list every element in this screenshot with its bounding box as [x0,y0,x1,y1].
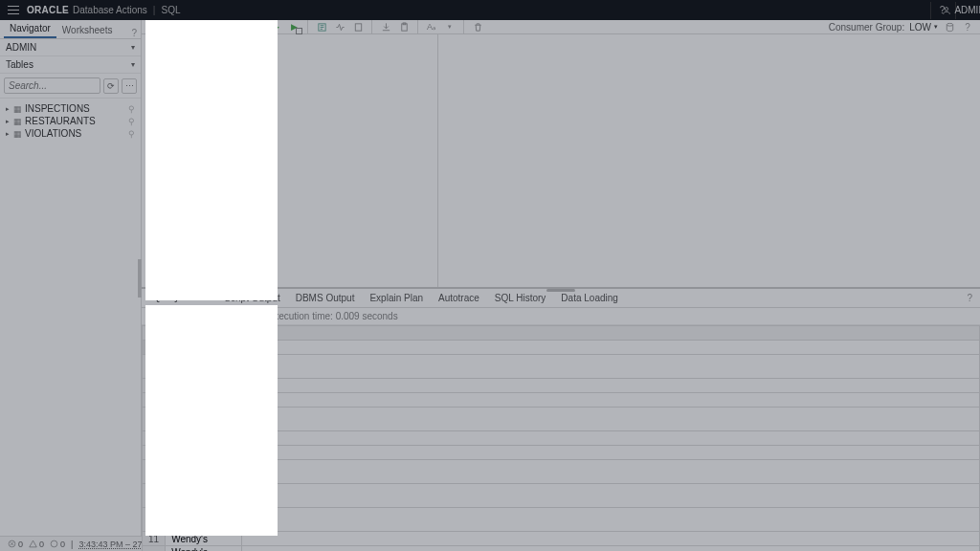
horizontal-splitter[interactable] [142,287,980,289]
run-statement-button[interactable] [269,20,282,33]
clipboard-icon[interactable] [397,20,411,33]
object-type-dropdown[interactable]: Tables▾ [0,56,141,74]
header-divider: | [153,5,156,15]
download-dropdown[interactable]: Download▾ [211,311,259,321]
sql-icon[interactable] [351,20,365,33]
warning-count[interactable]: 0 [29,540,44,549]
edit-icon[interactable]: ✎ [232,342,239,351]
table-row[interactable]: 4Wendy's [143,393,980,408]
tab-worksheets[interactable]: Worksheets [56,22,119,38]
svg-rect-1 [246,25,252,31]
module-name: SQL [161,5,180,15]
table-row[interactable]: 6Wendy's [143,431,980,446]
table-row[interactable]: 8Wendy's #10533 [143,460,980,484]
load-data-icon[interactable] [943,20,956,33]
output-help-icon[interactable]: ? [963,293,976,303]
output-tab[interactable]: SQL History [487,290,554,306]
table-row[interactable]: 5Wendy's #6319 [143,408,980,431]
open-icon[interactable] [223,20,236,33]
sidebar-collapse-handle[interactable] [138,259,142,298]
editor-vertical-split[interactable] [437,34,438,287]
toolbar-help-icon[interactable]: ? [961,20,974,33]
table-icon: ▦ [13,117,25,126]
pin-icon[interactable]: ⚲ [128,117,135,126]
user-icon [942,6,951,15]
output-panel: Query ResultScript OutputDBMS OutputExpl… [142,289,980,551]
svg-point-7 [947,23,952,26]
format-caret[interactable]: ▾ [443,20,457,33]
search-input[interactable] [4,77,100,94]
refresh-icon[interactable]: ⟳ [103,78,119,94]
table-item[interactable]: ▸▦VIOLATIONS⚲ [2,127,139,140]
autotrace-icon[interactable] [333,20,346,33]
table-row[interactable]: 2Wendy's #9393 [143,355,980,379]
table-row[interactable]: 7Wendy's [143,446,980,460]
chevron-down-icon: ▾ [131,60,135,69]
trash-icon[interactable] [471,20,484,33]
table-row[interactable]: 9Wendy's #11590 [143,484,980,508]
tab-navigator[interactable]: Navigator [4,20,56,38]
table-row[interactable]: 10Wendy's #1985 [143,508,980,532]
user-name: ADMIN [954,5,980,15]
sidebar: Navigator Worksheets ? ADMIN▾ Tables▾ ⟳ … [0,20,142,536]
output-tab[interactable]: DBMS Output [288,290,363,306]
output-tab[interactable]: Script Output [216,290,287,306]
explain-plan-icon[interactable] [315,20,328,33]
copy-icon[interactable] [241,20,255,33]
pin-icon[interactable]: ⚲ [128,129,135,139]
run-script-button[interactable] [287,20,301,33]
output-tab[interactable]: Autotrace [431,290,487,306]
table-icon: ▦ [13,129,25,139]
svg-point-0 [946,7,948,10]
error-count[interactable]: 0 [8,540,23,549]
sql-editor[interactable]: 1234 Select NAMEfrom RESTAURANTSWhere NA… [142,34,980,287]
expand-icon[interactable]: ▸ [6,130,13,138]
chevron-down-icon: ▾ [205,23,209,31]
schema-dropdown[interactable]: ADMIN▾ [0,39,141,56]
sidebar-help-icon[interactable]: ? [131,28,137,38]
product-name: Database Actions [73,5,147,15]
svg-rect-2 [244,23,250,29]
delete-result-icon[interactable] [147,310,161,323]
output-tab[interactable]: Explain Plan [362,290,431,306]
brand-logo: ORACLE [27,5,69,15]
user-menu[interactable]: ADMIN ▾ [955,2,972,19]
table-row[interactable]: 11Wendy's [143,532,980,546]
hint-count[interactable]: 0 [50,540,65,549]
svg-point-10 [51,540,57,547]
worksheet-toolbar: [Worksheet]*▾ [142,20,980,34]
column-header[interactable]: name [166,326,242,341]
pin-icon[interactable]: ⚲ [128,104,135,114]
table-row[interactable]: 3Wendy's [143,379,980,393]
worksheet-tab[interactable]: [Worksheet]*▾ [147,22,209,33]
open-new-icon[interactable] [189,310,203,323]
consumer-group-dropdown[interactable]: LOW▾ [909,22,938,33]
table-item[interactable]: ▸▦INSPECTIONS⚲ [2,102,139,115]
execution-time: Execution time: 0.009 seconds [267,311,397,321]
chevron-down-icon: ▾ [256,313,259,320]
result-grid: name 1Wendy's✎2Wendy's #93933Wendy's4Wen… [142,325,980,551]
chevron-down-icon: ▾ [131,43,135,52]
output-tab[interactable]: Query Result [145,289,216,307]
table-icon: ▦ [13,104,25,114]
download-icon[interactable] [379,20,392,33]
output-tab[interactable]: Data Loading [553,290,626,306]
consumer-group-label: Consumer Group: [829,22,904,33]
more-icon[interactable]: ⋯ [122,78,137,94]
rownum-header [143,326,166,341]
table-item[interactable]: ▸▦RESTAURANTS⚲ [2,115,139,127]
table-row[interactable]: 12Wendy's #10585 [143,546,980,552]
main-panel: [Worksheet]*▾ [142,20,980,536]
format-icon[interactable]: Aₐ [425,20,438,33]
app-header: ORACLE Database Actions | SQL ? ADMIN ▾ [0,0,980,20]
expand-icon[interactable]: ▸ [6,118,13,125]
refresh-result-icon[interactable]: ⟳ [168,310,182,323]
expand-icon[interactable]: ▸ [6,105,13,113]
menu-icon[interactable] [8,5,19,16]
svg-rect-4 [355,23,361,30]
table-row[interactable]: 1Wendy's✎ [143,341,980,355]
chevron-down-icon: ▾ [934,23,938,31]
